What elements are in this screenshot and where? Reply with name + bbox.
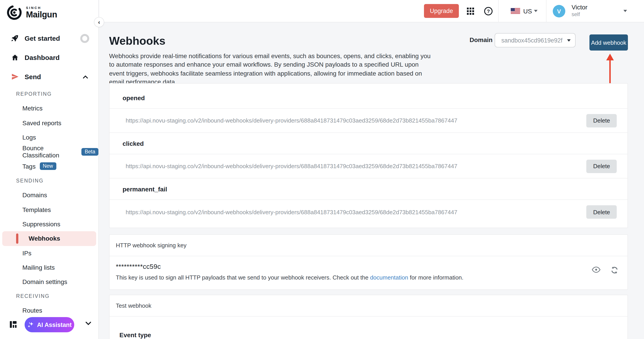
add-webhook-button[interactable]: Add webhook [590, 34, 628, 50]
domain-select-value: sandbox45cd9619e92f [501, 37, 567, 44]
us-flag-icon [511, 8, 520, 14]
sidebar-item-metrics[interactable]: Metrics [0, 101, 98, 116]
ai-assistant-button[interactable]: AI Assistant [24, 317, 74, 332]
ai-assistant-label: AI Assistant [37, 321, 72, 328]
sidebar-collapse-button[interactable]: ‹ [94, 17, 104, 27]
new-badge: New [40, 162, 56, 170]
sidebar-item-dashboard[interactable]: Dashboard [0, 48, 98, 67]
chevron-up-icon [83, 75, 88, 78]
sidebar-item-webhooks[interactable]: Webhooks [2, 231, 96, 246]
webhook-url-row: https://api.novu-staging.co/v2/inbound-w… [110, 200, 628, 224]
annotation-arrow-icon [604, 54, 616, 86]
active-indicator-bar [16, 234, 18, 244]
signing-key-card: HTTP webhook signing key **********cc59c… [109, 234, 628, 290]
progress-ring-icon [80, 34, 90, 43]
test-webhook-card: Test webhook Event type [109, 295, 628, 339]
webhook-url: https://api.novu-staging.co/v2/inbound-w… [126, 209, 457, 215]
sidebar-item-domain-settings[interactable]: Domain settings [0, 275, 98, 289]
sidebar-item-tags[interactable]: Tags New [0, 159, 98, 174]
user-avatar[interactable]: V [553, 5, 565, 18]
sidebar-item-ips[interactable]: IPs [0, 246, 98, 260]
locale-label[interactable]: US [523, 8, 532, 15]
sidebar-section-receiving: RECEIVING [0, 289, 98, 303]
signing-key-description: This key is used to sign all HTTP payloa… [116, 274, 621, 281]
refresh-icon [610, 266, 618, 274]
sidebar-item-get-started[interactable]: Get started [0, 28, 98, 48]
delete-webhook-button[interactable]: Delete [586, 160, 617, 173]
sidebar-item-bounce-classification[interactable]: Bounce Classification Beta [0, 144, 98, 159]
upgrade-button[interactable]: Upgrade [424, 4, 459, 18]
sidebar-footer: AI Assistant [0, 316, 98, 336]
webhook-name: opened [122, 94, 145, 101]
app-root: SINCH Mailgun Get started Dashboard Send… [0, 0, 644, 339]
webhook-url: https://api.novu-staging.co/v2/inbound-w… [126, 163, 457, 170]
sidebar-item-templates[interactable]: Templates [0, 202, 98, 217]
sidebar-item-send[interactable]: Send [0, 67, 98, 86]
signing-key-header: HTTP webhook signing key [110, 235, 628, 256]
sidebar-item-saved-reports[interactable]: Saved reports [0, 116, 98, 130]
event-type-label: Event type [120, 332, 628, 338]
delete-webhook-button[interactable]: Delete [586, 205, 617, 219]
sidebar-item-mailing-lists[interactable]: Mailing lists [0, 260, 98, 275]
webhook-name: permanent_fail [122, 186, 167, 192]
webhook-url-row: https://api.novu-staging.co/v2/inbound-w… [110, 154, 628, 178]
webhooks-card: opened https://api.novu-staging.co/v2/in… [109, 83, 628, 228]
main-content: Webhooks Webhooks provide real-time noti… [99, 22, 644, 339]
page-title: Webhooks [109, 34, 166, 48]
sidebar-item-label: Get started [24, 34, 60, 42]
page-description: Webhooks provide real-time notifications… [109, 52, 432, 86]
topbar-divider [546, 0, 546, 22]
test-webhook-header: Test webhook [110, 295, 628, 317]
eye-icon [592, 266, 600, 273]
layout-grid-icon[interactable] [10, 321, 16, 328]
domain-select[interactable]: sandbox45cd9619e92f [495, 33, 576, 48]
home-icon [11, 54, 19, 61]
beta-badge: Beta [82, 148, 98, 156]
signing-key-body: **********cc59c This key is used to sign… [110, 256, 628, 281]
sidebar-item-label: Send [24, 73, 41, 80]
svg-text:?: ? [487, 8, 490, 14]
domain-caret-icon [567, 39, 571, 41]
user-role: self [572, 11, 580, 18]
user-name: Victor [572, 4, 588, 11]
sparkles-icon [27, 321, 34, 328]
sidebar: SINCH Mailgun Get started Dashboard Send… [0, 0, 99, 339]
help-icon[interactable]: ? [484, 7, 493, 16]
sidebar-item-logs[interactable]: Logs [0, 130, 98, 145]
webhook-name-row: permanent_fail [110, 178, 628, 200]
topbar: Upgrade ? US V Victor self [99, 0, 644, 22]
reveal-key-button[interactable] [592, 266, 600, 274]
brand-sinch: SINCH [26, 6, 57, 10]
domain-label: Domain [470, 36, 492, 44]
rocket-icon [11, 34, 19, 42]
user-menu-caret-icon[interactable] [624, 10, 627, 12]
webhook-name-row: clicked [110, 133, 628, 154]
sidebar-nav: Get started Dashboard Send REPORTING Met… [0, 28, 98, 318]
webhook-url: https://api.novu-staging.co/v2/inbound-w… [126, 117, 457, 124]
apps-grid-icon[interactable] [467, 8, 474, 15]
webhook-name: clicked [122, 140, 144, 147]
documentation-link[interactable]: documentation [370, 274, 408, 281]
mailgun-at-icon [6, 4, 22, 20]
sidebar-item-routes[interactable]: Routes [0, 303, 98, 318]
sidebar-item-label: Dashboard [24, 54, 60, 61]
masked-signing-key: **********cc59c [116, 262, 621, 270]
sidebar-section-sending: SENDING [0, 174, 98, 188]
sidebar-section-reporting: REPORTING [0, 86, 98, 101]
delete-webhook-button[interactable]: Delete [586, 114, 617, 127]
regenerate-key-button[interactable] [610, 266, 618, 274]
webhook-url-row: https://api.novu-staging.co/v2/inbound-w… [110, 109, 628, 133]
send-icon [11, 73, 19, 80]
webhook-name-row: opened [110, 87, 628, 109]
brand-mailgun: Mailgun [26, 10, 57, 19]
sidebar-item-domains[interactable]: Domains [0, 188, 98, 202]
locale-caret-icon[interactable] [534, 10, 538, 12]
topbar-divider [498, 0, 499, 22]
sidebar-item-suppressions[interactable]: Suppressions [0, 217, 98, 231]
chevron-down-icon[interactable] [86, 322, 91, 326]
mailgun-logo[interactable]: SINCH Mailgun [0, 0, 98, 20]
